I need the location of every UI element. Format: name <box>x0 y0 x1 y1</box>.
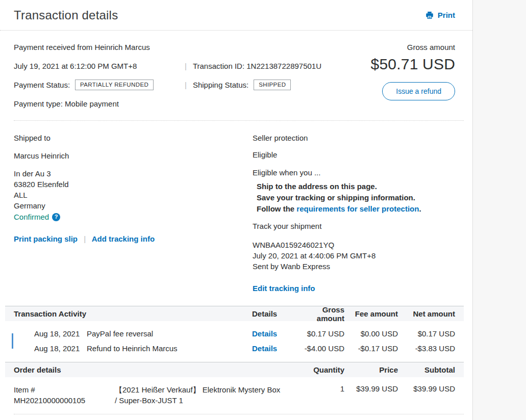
transaction-details-panel: Transaction details Print Payment receiv… <box>0 0 473 420</box>
shipping-status-label: Shipping Status: <box>193 81 248 89</box>
payment-status-label: Payment Status: <box>14 81 70 89</box>
help-icon[interactable]: ? <box>52 213 60 221</box>
item-description: 【2021 Heißer Verkauf】 Elektronik Mystery… <box>115 384 283 406</box>
activity-net: -$3.83 USD <box>398 344 455 353</box>
transaction-activity-heading: Transaction Activity <box>14 309 252 318</box>
add-tracking-info-link[interactable]: Add tracking info <box>92 234 155 243</box>
shipping-section: Shipped to Marcus Heinrich In der Au 3 6… <box>0 121 472 293</box>
item-quantity: 1 <box>293 384 344 406</box>
edit-tracking-info-link[interactable]: Edit tracking info <box>253 284 315 293</box>
payment-received-from: Payment received from Heinrich Marcus <box>14 43 363 51</box>
activity-gross: -$4.00 USD <box>293 344 344 353</box>
track-shipment-heading: Track your shipment <box>253 221 464 231</box>
print-label: Print <box>438 11 455 19</box>
vertical-divider: | <box>185 81 187 89</box>
recipient-name: Marcus Heinrich <box>14 151 253 160</box>
eligibility-heading: Eligible when you ... <box>253 168 464 177</box>
address-line: ALL <box>14 190 253 200</box>
column-header-details: Details <box>252 309 293 318</box>
print-button[interactable]: Print <box>425 11 455 20</box>
item-subtotal: $39.99 USD <box>398 384 455 406</box>
eligibility-condition: Save your tracking or shipping informati… <box>257 192 464 203</box>
printer-icon <box>425 11 434 20</box>
activity-date: Aug 18, 2021 <box>34 329 87 338</box>
seller-protection-requirements-link[interactable]: requirements for seller protection <box>296 204 419 213</box>
issue-refund-button[interactable]: Issue a refund <box>382 82 455 100</box>
shipping-status-badge: SHIPPED <box>254 80 291 90</box>
tracking-number: WNBAA0159246021YQ <box>253 240 464 250</box>
column-header-gross: Gross amount <box>293 305 344 323</box>
address-confirmed-status: Confirmed ? <box>14 212 253 222</box>
shipment-date: July 20, 2021 at 4:40:06 PM GMT+8 <box>253 250 464 261</box>
column-header-subtotal: Subtotal <box>398 365 455 374</box>
transaction-id: Transaction ID: 1N22138722897501U <box>193 62 321 70</box>
address-line: 63820 Elsenfeld <box>14 179 253 190</box>
activity-date: Aug 18, 2021 <box>34 344 87 353</box>
order-details-header: Order details Quantity Price Subtotal <box>5 362 464 377</box>
table-row: Aug 18, 2021 Refund to Heinrich Marcus D… <box>14 341 455 356</box>
gross-amount-value: $50.71 USD <box>363 56 455 73</box>
table-row: Item # MH20210000000105 【2021 Heißer Ver… <box>5 377 464 414</box>
activity-description: Refund to Heinrich Marcus <box>87 344 252 353</box>
activity-gross: $0.17 USD <box>293 329 344 338</box>
item-number: Item # MH20210000000105 <box>14 384 115 406</box>
column-header-fee: Fee amount <box>344 309 398 318</box>
column-header-quantity: Quantity <box>293 365 344 374</box>
column-header-price: Price <box>344 365 398 374</box>
link-divider: | <box>84 234 86 243</box>
page-header: Transaction details Print <box>0 0 472 31</box>
column-header-net: Net amount <box>398 309 455 318</box>
transaction-activity-rows: Aug 18, 2021 PayPal fee reversal Details… <box>5 321 464 362</box>
print-packing-slip-link[interactable]: Print packing slip <box>14 234 78 243</box>
table-row: Aug 18, 2021 PayPal fee reversal Details… <box>14 326 455 341</box>
seller-protection-status: Eligible <box>253 150 464 159</box>
activity-fee: -$0.17 USD <box>344 344 398 353</box>
activity-description: PayPal fee reversal <box>87 329 252 338</box>
gross-amount-label: Gross amount <box>363 43 455 51</box>
payment-summary-section: Payment received from Heinrich Marcus Ju… <box>0 31 472 116</box>
payment-date: July 19, 2021 at 6:12:00 PM GMT+8 <box>14 62 185 70</box>
payment-status-badge: PARTIALLY REFUNDED <box>75 80 154 90</box>
shipment-carrier: Sent by Wanb Express <box>253 261 464 272</box>
eligibility-condition: Follow the requirements for seller prote… <box>257 203 464 215</box>
details-link[interactable]: Details <box>252 329 277 338</box>
purchase-total-row: Purchase total $39.99 USD <box>5 414 464 420</box>
item-price: $39.99 USD <box>344 384 398 406</box>
eligibility-condition: Ship to the address on this page. <box>257 181 464 192</box>
timeline-connector <box>12 333 13 349</box>
page-title: Transaction details <box>14 8 425 22</box>
order-details-heading: Order details <box>14 365 293 374</box>
address-line: In der Au 3 <box>14 168 253 179</box>
details-link[interactable]: Details <box>252 344 277 353</box>
activity-net: $0.17 USD <box>398 329 455 338</box>
payment-type: Payment type: Mobile payment <box>14 97 363 110</box>
address-line: Germany <box>14 200 253 211</box>
activity-fee: $0.00 USD <box>344 329 398 338</box>
seller-protection-heading: Seller protection <box>253 134 464 142</box>
vertical-divider: | <box>185 62 187 70</box>
shipped-to-heading: Shipped to <box>14 134 253 142</box>
transaction-activity-header: Transaction Activity Details Gross amoun… <box>5 306 464 321</box>
